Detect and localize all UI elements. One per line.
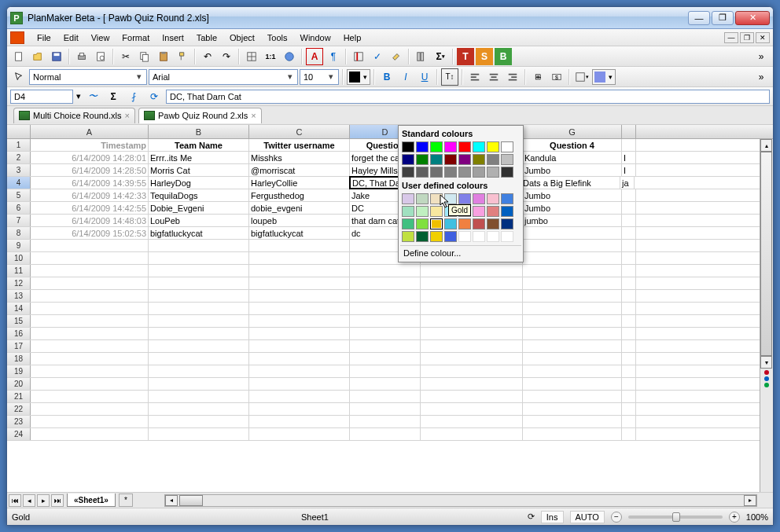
cell[interactable] (523, 240, 622, 251)
cell[interactable]: 6/14/2009 15:02:53 (31, 227, 149, 239)
cell[interactable]: I (622, 152, 636, 163)
color-swatch[interactable] (416, 193, 429, 204)
row-header[interactable]: 12 (7, 277, 31, 289)
cell[interactable]: 6/14/2009 14:28:01 (31, 152, 149, 163)
cell[interactable] (350, 378, 421, 390)
row-header[interactable]: 13 (7, 290, 31, 302)
cell[interactable] (31, 315, 149, 327)
cell[interactable] (31, 240, 149, 251)
color-swatch[interactable] (473, 154, 485, 165)
row-header[interactable]: 5 (7, 189, 31, 201)
cell[interactable] (523, 391, 622, 402)
cell[interactable] (523, 328, 622, 339)
color-swatch[interactable] (430, 167, 443, 178)
color-swatch[interactable] (473, 206, 485, 217)
color-swatch[interactable] (487, 141, 499, 152)
row-header[interactable]: 17 (7, 340, 31, 352)
row-header[interactable]: 21 (7, 391, 31, 402)
text-color-button[interactable]: T (457, 48, 474, 65)
menu-window[interactable]: Window (294, 31, 337, 44)
cell[interactable] (249, 252, 350, 264)
vscroll-thumb[interactable] (760, 152, 772, 356)
open-button[interactable] (29, 48, 46, 65)
scroll-left-button[interactable]: ◂ (165, 495, 178, 506)
row-header[interactable]: 23 (7, 416, 31, 427)
cell[interactable] (149, 328, 249, 339)
row-header[interactable]: 8 (7, 227, 31, 239)
zoom-out-button[interactable]: − (611, 512, 622, 523)
font-combo[interactable]: Arial▾ (149, 69, 298, 85)
cell[interactable] (622, 202, 636, 214)
cell[interactable] (31, 403, 149, 415)
merge-button[interactable]: $ (548, 68, 565, 86)
print-preview-button[interactable] (92, 48, 109, 65)
cell[interactable] (622, 303, 636, 314)
color-swatch-empty[interactable] (487, 231, 499, 242)
row-header[interactable]: 3 (7, 164, 31, 176)
cell[interactable]: Jumbo (523, 189, 622, 201)
fill-color-button[interactable]: ▾ (592, 69, 616, 85)
cell[interactable] (421, 416, 523, 427)
cell[interactable]: Errr..its Me (149, 152, 249, 163)
color-swatch[interactable] (444, 154, 457, 165)
menu-object[interactable]: Object (223, 31, 261, 44)
format-paint-button[interactable] (174, 48, 191, 65)
color-swatch[interactable] (402, 218, 414, 229)
cell[interactable] (523, 303, 622, 314)
row-header[interactable]: 15 (7, 315, 31, 327)
color-swatch[interactable] (444, 193, 457, 204)
color-swatch[interactable] (501, 206, 513, 217)
paste-button[interactable] (155, 48, 172, 65)
cell[interactable] (421, 365, 523, 377)
cell[interactable] (523, 290, 622, 302)
cell[interactable] (622, 428, 636, 440)
color-swatch[interactable] (430, 218, 443, 229)
color-swatch[interactable] (501, 218, 513, 229)
cell[interactable] (622, 378, 636, 390)
color-swatch[interactable] (402, 193, 414, 204)
chevron-down-icon[interactable]: ▾ (134, 72, 145, 82)
sum-formula-button[interactable]: Σ (105, 88, 122, 105)
cell[interactable] (149, 303, 249, 314)
hyperlink-button[interactable] (281, 48, 298, 65)
cell[interactable] (622, 403, 636, 415)
cell[interactable]: Jumbo (523, 164, 622, 176)
cell[interactable] (249, 240, 350, 251)
table-button[interactable] (243, 48, 260, 65)
cell[interactable] (31, 252, 149, 264)
cell[interactable] (622, 290, 636, 302)
cell[interactable] (421, 353, 523, 365)
menu-tools[interactable]: Tools (261, 31, 294, 44)
color-swatch[interactable] (487, 218, 499, 229)
cell[interactable] (249, 328, 350, 339)
cell[interactable] (350, 340, 421, 352)
cell[interactable] (249, 428, 350, 440)
cell[interactable] (31, 416, 149, 427)
chevron-down-icon[interactable]: ▾ (326, 72, 337, 82)
status-auto[interactable]: AUTO (570, 511, 605, 523)
color-swatch[interactable] (487, 206, 499, 217)
cell[interactable] (350, 353, 421, 365)
shade-color-button[interactable]: S (476, 48, 493, 65)
color-swatch[interactable] (444, 218, 457, 229)
row-header[interactable]: 24 (7, 428, 31, 440)
cell[interactable]: Fergusthedog (249, 189, 350, 201)
menu-insert[interactable]: Insert (156, 31, 190, 44)
color-swatch[interactable] (458, 154, 471, 165)
cell[interactable] (31, 303, 149, 314)
border-color-button[interactable]: B (495, 48, 512, 65)
cell[interactable] (249, 315, 350, 327)
color-swatch[interactable] (416, 154, 429, 165)
col-header-H[interactable] (622, 125, 636, 138)
copy-button[interactable] (136, 48, 153, 65)
fill-on-black-button[interactable]: ▾ (347, 69, 370, 85)
menu-table[interactable]: Table (190, 31, 223, 44)
row-header[interactable]: 18 (7, 353, 31, 365)
cell[interactable]: Kandula (523, 152, 622, 163)
style-combo[interactable]: Normal▾ (29, 69, 147, 85)
cell[interactable] (523, 403, 622, 415)
color-swatch[interactable] (501, 141, 513, 152)
cell[interactable] (350, 365, 421, 377)
cell[interactable] (421, 315, 523, 327)
toolbar1-overflow[interactable]: » (752, 48, 770, 65)
